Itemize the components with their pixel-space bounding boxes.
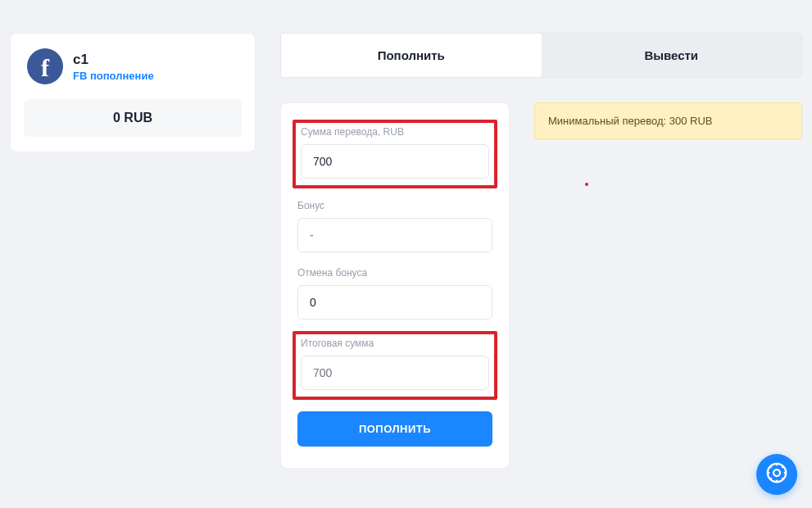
bonus-cancel-input[interactable] bbox=[297, 285, 492, 320]
account-card: f c1 FB пополнение 0 RUB bbox=[10, 33, 256, 152]
amount-highlight: Сумма перевода, RUB bbox=[293, 120, 497, 188]
amount-input[interactable] bbox=[301, 144, 489, 179]
total-highlight: Итоговая сумма 700 bbox=[293, 331, 497, 400]
account-subtitle: FB пополнение bbox=[73, 70, 154, 82]
amount-field-group: Сумма перевода, RUB bbox=[301, 126, 489, 179]
account-balance: 0 RUB bbox=[24, 99, 242, 137]
account-titles: c1 FB пополнение bbox=[73, 52, 154, 82]
account-header: f c1 FB пополнение bbox=[24, 48, 242, 84]
settings-button[interactable] bbox=[756, 454, 797, 495]
total-label: Итоговая сумма bbox=[301, 338, 489, 349]
gear-icon bbox=[764, 460, 789, 488]
bonus-cancel-label: Отмена бонуса bbox=[297, 267, 492, 279]
min-transfer-notice: Минимальный перевод: 300 RUB bbox=[534, 102, 802, 139]
amount-label: Сумма перевода, RUB bbox=[301, 126, 489, 138]
total-value: 700 bbox=[301, 356, 489, 390]
facebook-icon-glyph: f bbox=[41, 54, 49, 82]
main-column: Пополнить Вывести Сумма перевода, RUB Бо… bbox=[280, 33, 802, 469]
total-field-group: Итоговая сумма 700 bbox=[301, 338, 489, 390]
content-row: Сумма перевода, RUB Бонус - Отмена бонус… bbox=[280, 102, 802, 469]
facebook-icon: f bbox=[27, 48, 63, 84]
tabs: Пополнить Вывести bbox=[280, 33, 802, 78]
marker-dot bbox=[585, 183, 588, 186]
deposit-form: Сумма перевода, RUB Бонус - Отмена бонус… bbox=[280, 102, 510, 469]
tab-withdraw[interactable]: Вывести bbox=[542, 34, 802, 77]
bonus-label: Бонус bbox=[297, 200, 492, 211]
tab-deposit[interactable]: Пополнить bbox=[281, 34, 542, 77]
bonus-field-group: Бонус - bbox=[297, 200, 492, 252]
svg-point-1 bbox=[773, 469, 780, 476]
right-column: Минимальный перевод: 300 RUB bbox=[534, 102, 802, 469]
bonus-value: - bbox=[297, 218, 492, 252]
submit-button[interactable]: Пополнить bbox=[297, 411, 492, 447]
bonus-cancel-field-group: Отмена бонуса bbox=[297, 267, 492, 320]
account-title: c1 bbox=[73, 52, 154, 68]
